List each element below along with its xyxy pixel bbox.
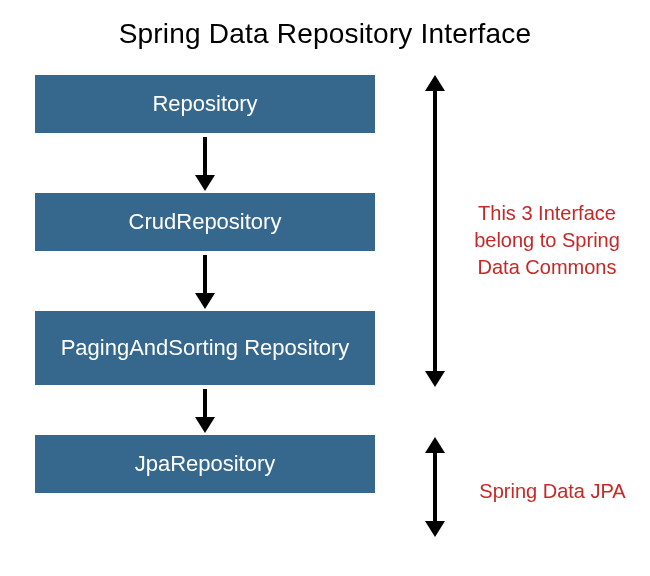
arrow-down-icon: [35, 133, 375, 193]
box-label: JpaRepository: [135, 451, 276, 477]
box-jparepository: JpaRepository: [35, 435, 375, 493]
arrow-down-icon: [35, 385, 375, 435]
range-arrow-commons: [420, 75, 450, 387]
svg-marker-11: [425, 521, 445, 537]
svg-marker-1: [195, 175, 215, 191]
svg-marker-8: [425, 371, 445, 387]
svg-marker-5: [195, 417, 215, 433]
box-label: PagingAndSorting Repository: [61, 335, 350, 361]
box-crudrepository: CrudRepository: [35, 193, 375, 251]
arrow-down-icon: [35, 251, 375, 311]
hierarchy-column: Repository CrudRepository PagingAndSorti…: [35, 75, 375, 493]
annotation-jpa: Spring Data JPA: [470, 478, 635, 505]
annotation-commons: This 3 Interface belong to Spring Data C…: [452, 200, 642, 281]
range-arrow-jpa: [420, 437, 450, 537]
box-repository: Repository: [35, 75, 375, 133]
box-label: CrudRepository: [129, 209, 282, 235]
box-label: Repository: [152, 91, 257, 117]
svg-marker-3: [195, 293, 215, 309]
diagram-title: Spring Data Repository Interface: [0, 18, 650, 50]
box-pagingandsorting: PagingAndSorting Repository: [35, 311, 375, 385]
